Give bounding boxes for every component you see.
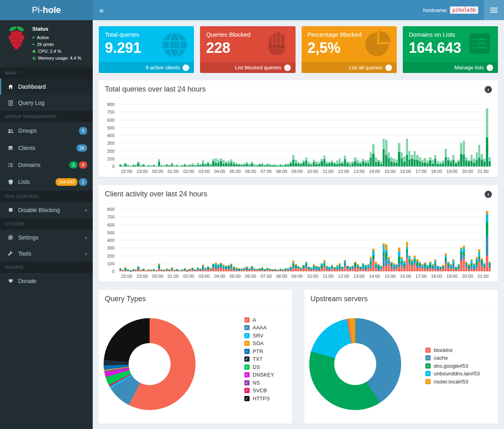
client-activity-chart[interactable]: 0100200300400500600700800 22:0023:0000:0…	[101, 204, 494, 282]
chart-bar	[233, 162, 235, 167]
chart-bar	[124, 163, 126, 167]
chart-bar	[370, 257, 372, 271]
chart-bar	[439, 162, 442, 167]
legend-checkbox-icon[interactable]: ✓	[425, 371, 431, 376]
legend-checkbox-icon[interactable]: ✓	[425, 363, 431, 369]
chart-bar	[318, 162, 320, 167]
chart-bar	[163, 270, 165, 271]
legend-checkbox-icon[interactable]: ✓	[244, 349, 250, 354]
chart-bar	[406, 242, 408, 271]
chart-bar	[390, 262, 392, 271]
legend-checkbox-icon[interactable]: ✓	[244, 364, 250, 370]
sidebar-item-lists[interactable]: Lists 164.643 1	[0, 173, 93, 190]
chart-bar	[248, 268, 250, 271]
legend-item[interactable]: ✓DNSKEY	[244, 372, 274, 378]
chart-bar	[416, 259, 418, 271]
sidebar-item-groups[interactable]: Groups 5	[0, 122, 93, 139]
chart-bar	[295, 264, 297, 271]
sidebar-item-dashboard[interactable]: Dashboard	[0, 79, 93, 95]
chart-bar	[452, 259, 454, 271]
sidebar-item-query-log[interactable]: Query Log	[0, 95, 93, 111]
card-link-active-clients[interactable]: 9 active clients →	[99, 62, 194, 73]
sidebar-item-tools[interactable]: Tools ‹	[0, 246, 93, 262]
total-queries-chart[interactable]: 0100200300400500600700800 22:0023:0000:0…	[101, 100, 494, 177]
legend-item[interactable]: ✓DS	[244, 364, 274, 370]
legend-item[interactable]: ✓cache	[425, 355, 480, 361]
info-icon[interactable]: i	[485, 191, 492, 198]
pihole-brand[interactable]: Pi-hole	[0, 0, 93, 20]
chart-bar	[269, 164, 271, 167]
legend-item[interactable]: ✓HTTPS	[244, 396, 274, 402]
sidebar-item-disable-blocking[interactable]: Disable Blocking ‹	[0, 202, 93, 218]
legend-item[interactable]: ✓dns.google#53	[425, 363, 480, 369]
chart-bar	[471, 259, 473, 271]
chart-bar	[225, 266, 227, 271]
arrow-circle-icon: →	[284, 65, 291, 71]
chart-bar	[150, 165, 152, 167]
query-types-donut[interactable]	[104, 318, 196, 410]
chart-bar	[279, 164, 281, 167]
chart-bar	[181, 269, 183, 271]
chart-bar	[246, 162, 248, 167]
chart-bar	[119, 268, 121, 271]
chart-plot-area[interactable]	[119, 104, 491, 167]
legend-checkbox-icon[interactable]: ✓	[244, 317, 250, 323]
chart-bar	[207, 267, 209, 272]
chart-bar	[359, 267, 361, 272]
sidebar-item-donate[interactable]: Donate	[0, 273, 93, 289]
legend-item[interactable]: ✓blocklist	[425, 347, 480, 353]
chart-bar	[396, 264, 398, 271]
legend-checkbox-icon[interactable]: ✓	[244, 356, 250, 362]
legend-item[interactable]: ✓unbounddns.lan#53	[425, 371, 480, 377]
upstream-servers-donut[interactable]	[309, 318, 401, 410]
legend-checkbox-icon[interactable]: ✓	[244, 372, 250, 377]
card-link-all-queries[interactable]: List all queries →	[302, 62, 397, 73]
legend-checkbox-icon[interactable]: ✓	[425, 379, 431, 384]
legend-item[interactable]: ✓AAAA	[244, 325, 274, 331]
chart-bar	[241, 269, 243, 271]
chart-bar	[364, 160, 367, 167]
legend-checkbox-icon[interactable]: ✓	[244, 380, 250, 385]
legend-checkbox-icon[interactable]: ✓	[244, 341, 250, 346]
hamburger-menu-icon[interactable]	[484, 0, 504, 20]
legend-item[interactable]: ✓SOA	[244, 340, 274, 346]
chart-bar	[344, 260, 346, 271]
legend-checkbox-icon[interactable]: ✓	[425, 348, 431, 353]
card-title: Domains on Lists	[403, 26, 498, 38]
info-icon[interactable]: i	[485, 86, 492, 93]
chart-plot-area[interactable]	[119, 209, 491, 271]
chart-bar	[460, 143, 462, 167]
list-icon	[7, 162, 14, 168]
sidebar-item-clients[interactable]: Clients 26	[0, 140, 93, 156]
chart-bar	[333, 162, 335, 167]
chart-bar	[168, 165, 170, 167]
legend-item[interactable]: ✓A	[244, 317, 274, 323]
legend-label: PTR	[253, 348, 263, 354]
legend-checkbox-icon[interactable]: ✓	[244, 325, 250, 330]
chart-bar	[429, 157, 431, 167]
card-link-blocked-queries[interactable]: List blocked queries →	[200, 62, 295, 73]
chart-bar	[215, 158, 217, 167]
legend-item[interactable]: ✓TXT	[244, 356, 274, 362]
hostname-label: hostname:	[423, 7, 448, 13]
chevron-left-icon: ‹	[85, 234, 87, 240]
legend-item[interactable]: ✓SRV	[244, 333, 274, 339]
card-domains-on-lists: Domains on Lists 164.643 Manage lists →	[403, 26, 498, 73]
legend-checkbox-icon[interactable]: ✓	[244, 388, 250, 393]
chart-bar	[344, 156, 346, 167]
chart-bar	[158, 159, 160, 167]
card-total-queries: Total queries 9.291 9 active clients →	[99, 26, 194, 73]
legend-item[interactable]: ✓SVCB	[244, 387, 274, 394]
legend-checkbox-icon[interactable]: ✓	[244, 333, 250, 338]
chart-bar	[197, 163, 199, 167]
sidebar-item-domains[interactable]: Domains 3 9	[0, 156, 93, 173]
legend-checkbox-icon[interactable]: ✓	[425, 355, 431, 360]
legend-item[interactable]: ✓NS	[244, 380, 274, 386]
chart-bar	[238, 268, 240, 271]
sidebar-item-settings[interactable]: Settings ‹	[0, 229, 93, 246]
legend-item[interactable]: ✓router.local#53	[425, 379, 480, 385]
card-link-manage-lists[interactable]: Manage lists →	[403, 62, 498, 73]
legend-checkbox-icon[interactable]: ✓	[244, 396, 250, 401]
legend-item[interactable]: ✓PTR	[244, 348, 274, 354]
sidebar-collapse-icon[interactable]: «	[99, 6, 104, 14]
